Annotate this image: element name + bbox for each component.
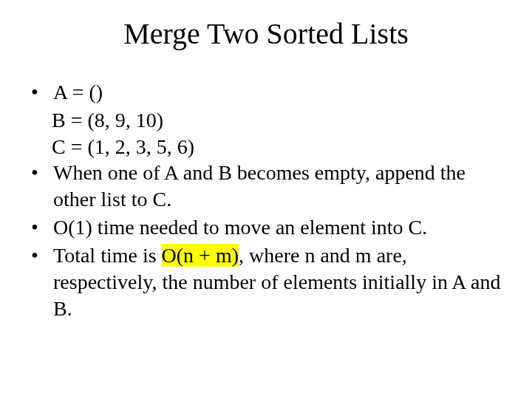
bullet-item: • O(1) time needed to move an element in… [30,214,502,241]
bullet-dot: • [30,214,53,241]
bullet-subline: B = (8, 9, 10) [30,107,502,134]
slide: Merge Two Sorted Lists • A = () B = (8, … [0,0,532,399]
bullet-dot: • [30,79,53,106]
bullet-text: When one of A and B becomes empty, appen… [53,160,502,213]
bullet-text: O(1) time needed to move an element into… [53,214,502,241]
bullet-item: • A = () [30,79,502,106]
bullet-item: • When one of A and B becomes empty, app… [30,160,502,213]
text-span: Total time is [53,244,162,267]
bullet-text: A = () [53,79,502,106]
slide-body: • A = () B = (8, 9, 10) C = (1, 2, 3, 5,… [0,58,532,321]
bullet-text: Total time is O(n + m), where n and m ar… [53,242,502,321]
bullet-item: • Total time is O(n + m), where n and m … [30,242,502,321]
bullet-subline: C = (1, 2, 3, 5, 6) [30,134,502,160]
bullet-dot: • [30,242,53,269]
bullet-dot: • [30,160,53,186]
slide-title: Merge Two Sorted Lists [0,0,532,58]
highlight-span: O(n + m) [162,244,239,267]
